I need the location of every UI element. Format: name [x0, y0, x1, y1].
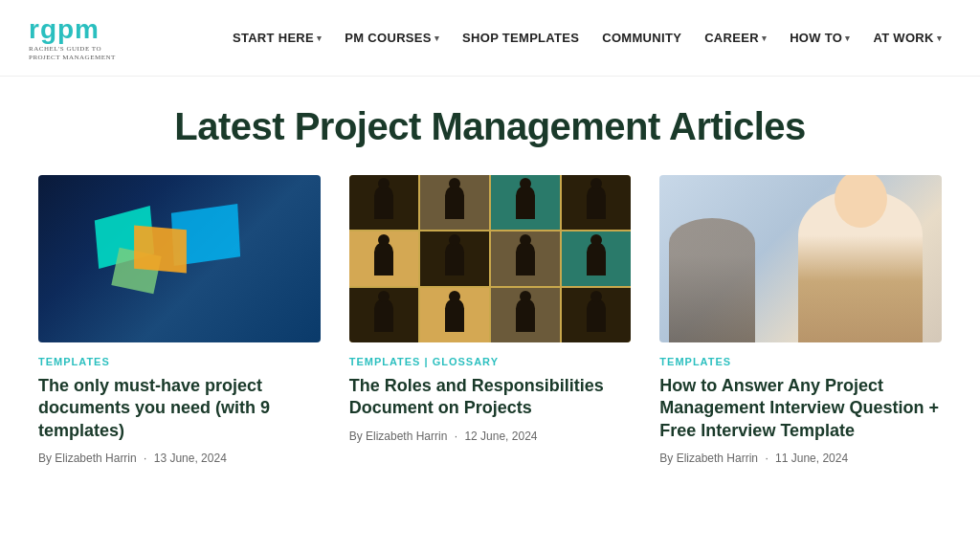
chevron-down-icon: ▾ — [317, 33, 322, 43]
silhouette-icon — [445, 242, 464, 276]
article-title: The only must-have project documents you… — [38, 375, 321, 442]
decorative-overlay-2 — [111, 248, 161, 294]
dot-separator: · — [455, 430, 457, 443]
decorative-overlay — [171, 204, 240, 266]
silhouette-icon — [445, 298, 464, 332]
silhouette-icon — [516, 186, 535, 219]
chevron-down-icon: ▾ — [845, 33, 850, 43]
site-header: rgpm RACHEL'S GUIDE TO PROJECT MANAGEMEN… — [0, 0, 980, 77]
article-card[interactable]: TEMPLATES The only must-have project doc… — [38, 175, 321, 465]
nav-shop-templates[interactable]: SHOP TEMPLATES — [453, 25, 589, 51]
articles-grid: TEMPLATES The only must-have project doc… — [38, 175, 942, 465]
page-title: Latest Project Management Articles — [38, 105, 942, 148]
silhouette-icon — [374, 186, 393, 219]
silhouette-icon — [516, 242, 535, 276]
nav-start-here[interactable]: START HERE ▾ — [223, 25, 331, 51]
silhouette-icon — [374, 242, 393, 276]
article-author: By Elizabeth Harrin — [38, 452, 137, 465]
article-category: TEMPLATES — [659, 356, 942, 367]
article-category: TEMPLATES — [38, 356, 321, 367]
article-title: The Roles and Responsibilities Document … — [349, 375, 632, 420]
chevron-down-icon: ▾ — [762, 33, 767, 43]
nav-at-work[interactable]: AT WORK ▾ — [863, 25, 951, 51]
nav-how-to[interactable]: HOW TO ▾ — [780, 25, 859, 51]
logo-subtitle-1: RACHEL'S GUIDE TO — [29, 45, 144, 53]
logo[interactable]: rgpm RACHEL'S GUIDE TO PROJECT MANAGEMEN… — [29, 14, 144, 61]
article-category: TEMPLATES | GLOSSARY — [349, 356, 632, 367]
silhouette-icon — [374, 298, 393, 332]
silhouette-icon — [587, 298, 606, 332]
article-meta: By Elizabeth Harrin · 13 June, 2024 — [38, 452, 321, 465]
main-nav: START HERE ▾ PM COURSES ▾ SHOP TEMPLATES… — [223, 25, 951, 51]
article-image — [659, 175, 942, 342]
article-image — [38, 175, 321, 342]
silhouette-icon — [445, 186, 464, 219]
article-date: 12 June, 2024 — [464, 430, 537, 443]
article-date: 11 June, 2024 — [775, 452, 848, 465]
article-image — [349, 175, 632, 342]
article-card[interactable]: TEMPLATES | GLOSSARY The Roles and Respo… — [349, 175, 632, 465]
article-meta: By Elizabeth Harrin · 11 June, 2024 — [659, 452, 942, 465]
article-author: By Elizabeth Harrin — [349, 430, 448, 443]
silhouette-icon — [587, 242, 606, 276]
dot-separator: · — [765, 452, 768, 465]
nav-career[interactable]: CAREER ▾ — [695, 25, 776, 51]
chevron-down-icon: ▾ — [937, 33, 942, 43]
chevron-down-icon: ▾ — [434, 33, 439, 43]
nav-pm-courses[interactable]: PM COURSES ▾ — [335, 25, 449, 51]
silhouette-icon — [516, 298, 535, 332]
logo-subtitle-2: PROJECT MANAGEMENT — [29, 54, 144, 61]
person-silhouette-back — [669, 218, 755, 342]
silhouette-icon — [587, 186, 606, 219]
main-content: Latest Project Management Articles TEMPL… — [0, 77, 980, 484]
article-card[interactable]: TEMPLATES How to Answer Any Project Mana… — [659, 175, 942, 465]
article-title: How to Answer Any Project Management Int… — [659, 375, 942, 442]
article-date: 13 June, 2024 — [154, 452, 227, 465]
article-author: By Elizabeth Harrin — [659, 452, 758, 465]
article-meta: By Elizabeth Harrin · 12 June, 2024 — [349, 430, 632, 443]
nav-community[interactable]: COMMUNITY — [592, 25, 691, 51]
person-figure-front — [798, 189, 923, 342]
logo-text: rgpm — [29, 14, 144, 45]
dot-separator: · — [144, 452, 146, 465]
